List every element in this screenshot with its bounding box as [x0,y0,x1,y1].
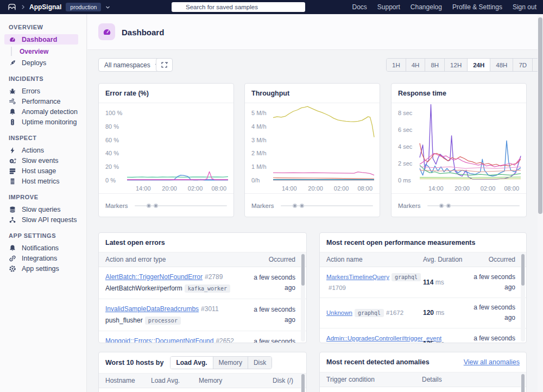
marker-dot[interactable] [300,204,304,208]
gear-icon [9,265,16,273]
bug-icon [9,87,16,95]
top-navbar: AppSignal production Docs Support Change… [0,0,543,14]
nav-link-sign-out[interactable]: Sign out [513,3,536,11]
search-input[interactable] [172,2,305,12]
namespace-badge: processor [145,317,181,325]
sidebar-item-actions[interactable]: Actions [9,145,86,155]
error-link[interactable]: AlertBatch::TriggerNotFoundError [105,273,203,281]
appsignal-logo-icon[interactable] [7,3,17,11]
fullscreen-button[interactable] [156,58,173,72]
scrollbar-thumb[interactable] [301,374,305,392]
sidebar-item-app-settings[interactable]: App settings [9,263,86,274]
table-scrollbar[interactable] [301,253,305,342]
svg-text:02:00: 02:00 [481,185,496,192]
occurred-timestamp: a few seconds ago [250,305,295,325]
toggle-load-avg[interactable]: Load Avg. [171,357,213,369]
table-scrollbar[interactable] [301,373,305,392]
nav-link-changelog[interactable]: Changelog [411,3,442,11]
table-header: Hostname Load Avg. Memory Disk (/) [99,374,306,388]
card-title: Most recent open performance measurement… [320,233,526,252]
svg-text:0 %: 0 % [105,177,116,184]
marker-dot[interactable] [439,204,444,208]
occurred-timestamp: a few seconds ago [470,272,515,293]
nav-link-docs[interactable]: Docs [352,3,367,11]
time-range-1h[interactable]: 1H [387,59,406,71]
marker-dot[interactable] [293,204,297,208]
view-all-anomalies-link[interactable]: View all anomalies [464,358,520,366]
action-link[interactable]: MarkersTimelineQuery [326,274,389,280]
barrel-icon [9,178,16,185]
environment-badge[interactable]: production [66,3,101,11]
action-link[interactable]: Unknown [326,309,352,316]
error-rate-card: Error rate (%) 100 %80 %60 %40 %20 %0 %1… [98,83,234,217]
table-row: MarkersTimelineQuerygraphql #1709 114 ms… [320,267,526,298]
marker-timeline[interactable] [135,205,227,206]
sidebar-item-slow-events[interactable]: Slow events [9,155,86,166]
hosts-metric-toggle: Load Avg. Memory Disk [170,356,272,369]
sidebar-item-integrations[interactable]: Integrations [9,253,86,263]
sidebar-item-host-metrics[interactable]: Host metrics [9,176,86,186]
scrollbar-thumb[interactable] [521,374,525,392]
svg-text:08:00: 08:00 [211,185,226,192]
nav-link-support[interactable]: Support [377,3,400,11]
markers-row: Markers [245,193,380,217]
scrollbar-thumb[interactable] [301,254,305,286]
occurred-timestamp: a few seconds ago [470,302,515,323]
card-title: Latest open errors [99,233,306,252]
error-link[interactable]: Mongoid::Errors::DocumentNotFound [105,337,213,343]
sidebar-item-notifications[interactable]: Notifications [9,243,86,253]
time-range-7d[interactable]: 7D [513,59,533,71]
svg-text:20:00: 20:00 [454,185,470,192]
scrollbar-thumb[interactable] [521,254,525,286]
sidebar-item-overview-sub[interactable]: Overview [11,46,86,56]
sidebar-item-performance[interactable]: Performance [9,96,86,106]
toggle-memory[interactable]: Memory [213,357,248,369]
snail-icon [9,157,16,165]
time-range-4h[interactable]: 4H [406,59,426,71]
rocket-icon [9,59,16,67]
nav-link-profile-settings[interactable]: Profile & Settings [452,3,502,11]
time-range-8h[interactable]: 8H [425,59,445,71]
time-range-12h[interactable]: 12H [445,59,468,71]
table-scrollbar[interactable] [521,373,525,392]
marker-dot[interactable] [154,204,158,208]
marker-dot[interactable] [147,204,151,208]
time-range-24h[interactable]: 24H [468,59,490,71]
time-range-48h[interactable]: 48H [490,59,513,71]
table-row: Unknowngraphql#1672 120 ms a few seconds… [320,298,526,328]
response-time-chart[interactable]: 8 sec6 sec4 sec2 sec0 ms14:0020:0002:000… [392,103,526,193]
gauge-icon [9,36,16,43]
performance-measurements-card: Most recent open performance measurement… [319,232,527,343]
time-range-group: 1H 4H 8H 12H 24H 48H 7D 30D [386,58,543,72]
marker-dot[interactable] [446,204,451,208]
error-rate-chart[interactable]: 100 %80 %60 %40 %20 %0 %14:0020:0002:000… [99,103,233,193]
sidebar-item-slow-api-requests[interactable]: Slow API requests [9,214,86,225]
scrollbar-thumb[interactable] [538,17,542,214]
svg-text:02:00: 02:00 [188,185,203,192]
svg-text:5 M/h: 5 M/h [251,110,267,116]
indent-guide [11,47,12,56]
sidebar-item-dashboard[interactable]: Dashboard [4,34,78,45]
response-time-card: Response time 8 sec6 sec4 sec2 sec0 ms14… [391,83,527,217]
table-scrollbar[interactable] [521,253,525,342]
sidebar-item-deploys[interactable]: Deploys [9,58,86,68]
avg-duration: 120 ms [423,309,470,317]
throughput-chart[interactable]: 5 M/h4 M/h3 M/h2 M/h1 M/h0/h14:0020:0002… [245,103,380,193]
app-name[interactable]: AppSignal [29,3,61,11]
svg-text:60 %: 60 % [105,137,119,143]
sidebar-item-uptime-monitoring[interactable]: Uptime monitoring [9,117,86,127]
sidebar-item-errors[interactable]: Errors [9,86,86,96]
marker-timeline[interactable] [281,205,373,206]
bolt-icon [9,147,16,154]
sidebar-item-anomaly-detection[interactable]: Anomaly detection [9,106,86,117]
traffic-light-icon [9,118,16,126]
database-icon [9,206,16,213]
svg-text:20:00: 20:00 [162,185,177,192]
sidebar-item-host-usage[interactable]: Host usage [9,166,86,176]
marker-timeline[interactable] [427,205,520,206]
sidebar-item-slow-queries[interactable]: Slow queries [9,204,86,214]
error-link[interactable]: InvalidSampleDataBreadcrumbs [105,305,199,313]
chevron-down-icon[interactable] [105,5,110,9]
toggle-disk[interactable]: Disk [248,357,272,369]
page-scrollbar[interactable] [538,14,543,392]
